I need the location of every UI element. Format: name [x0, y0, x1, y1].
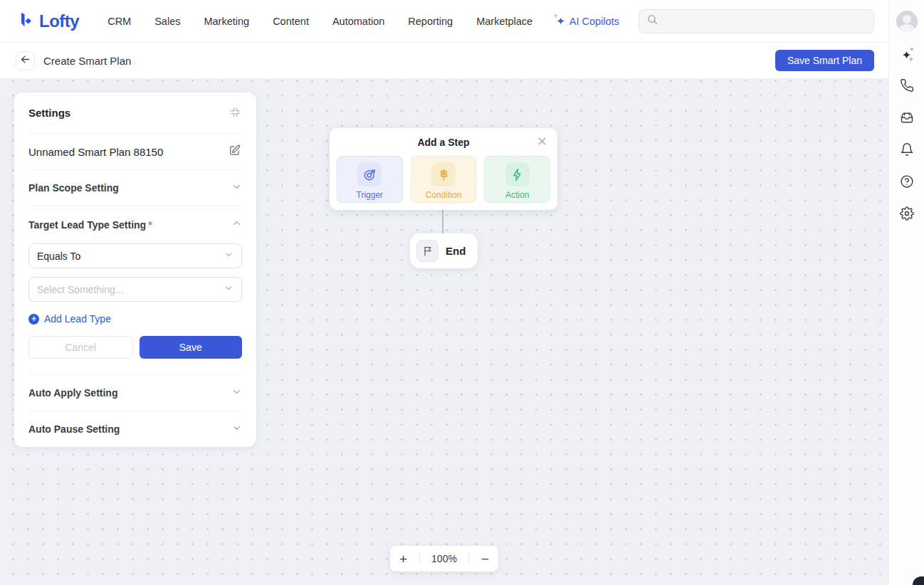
- target-lead-type-header[interactable]: Target Lead Type Setting*: [28, 206, 242, 243]
- condition-option-card[interactable]: Condition: [411, 156, 477, 203]
- sparkle-icon: ✦✧·: [556, 16, 565, 26]
- global-search[interactable]: [639, 9, 874, 33]
- help-button[interactable]: [898, 174, 916, 192]
- chevron-down-icon: [231, 181, 242, 195]
- action-bolt-icon: [505, 162, 530, 186]
- sparkle-icon: ✦✧✧: [902, 48, 911, 62]
- page-header: Create Smart Plan Save Smart Plan: [0, 43, 888, 78]
- lead-type-select[interactable]: Select Something...: [28, 277, 242, 302]
- avatar-head: [903, 15, 911, 23]
- inbox-icon: [900, 110, 914, 127]
- plan-scope-setting-row[interactable]: Plan Scope Setting: [28, 169, 242, 206]
- node-connector-line: [442, 210, 443, 236]
- add-step-title: Add a Step: [417, 137, 469, 148]
- chat-widget-corner[interactable]: [913, 576, 924, 585]
- chevron-down-icon: [224, 250, 233, 263]
- target-lead-type-label: Target Lead Type Setting*: [28, 219, 152, 231]
- chevron-down-icon: [231, 386, 242, 400]
- plus-circle-icon: +: [28, 314, 39, 325]
- user-avatar[interactable]: [896, 11, 918, 32]
- add-step-modal: Add a Step: [330, 128, 557, 210]
- nav-item-content[interactable]: Content: [273, 16, 309, 27]
- end-node[interactable]: End: [410, 233, 478, 268]
- bell-icon: [900, 142, 914, 159]
- help-icon: [900, 174, 914, 191]
- close-add-step-button[interactable]: [535, 135, 549, 150]
- chevron-down-icon: [231, 423, 242, 436]
- back-arrow-icon: [20, 54, 31, 67]
- auto-apply-label: Auto Apply Setting: [28, 387, 117, 399]
- close-icon: [537, 138, 547, 149]
- workflow-canvas[interactable]: Settings Unnamed Smart Plan 88150: [0, 78, 888, 585]
- phone-button[interactable]: [898, 78, 916, 96]
- nav-item-marketing[interactable]: Marketing: [204, 16, 249, 27]
- trigger-option-card[interactable]: Trigger: [337, 156, 403, 203]
- target-buttons-row: Cancel Save: [28, 336, 242, 359]
- top-nav: Lofty CRM Sales Marketing Content Automa…: [0, 0, 888, 43]
- trigger-target-icon: [357, 162, 382, 186]
- nav-item-marketplace[interactable]: Marketplace: [476, 16, 532, 27]
- flag-icon: [416, 240, 439, 262]
- divider: [419, 553, 420, 564]
- search-icon: [646, 14, 658, 28]
- condition-label: Condition: [426, 190, 462, 200]
- inbox-button[interactable]: [898, 110, 916, 128]
- nav-item-automation[interactable]: Automation: [332, 16, 384, 27]
- avatar-body: [899, 24, 915, 32]
- plan-name-row: Unnamed Smart Plan 88150: [28, 133, 242, 169]
- back-button[interactable]: [16, 51, 35, 70]
- zoom-in-button[interactable]: +: [399, 552, 407, 566]
- main-column: Lofty CRM Sales Marketing Content Automa…: [0, 0, 888, 585]
- add-lead-type-label: Add Lead Type: [44, 313, 111, 325]
- auto-apply-setting-row[interactable]: Auto Apply Setting: [28, 374, 242, 411]
- save-button[interactable]: Save: [140, 336, 243, 359]
- search-input[interactable]: [664, 16, 866, 27]
- lofty-logo[interactable]: Lofty: [17, 11, 79, 32]
- action-option-card[interactable]: Action: [484, 156, 550, 203]
- auto-pause-label: Auto Pause Setting: [28, 423, 120, 435]
- action-label: Action: [505, 190, 529, 200]
- plan-name: Unnamed Smart Plan 88150: [28, 146, 163, 158]
- zoom-controls: + 100% −: [390, 546, 498, 571]
- zoom-level: 100%: [431, 553, 457, 564]
- nav-item-ai-copilots[interactable]: ✦✧· AI Copilots: [556, 16, 619, 27]
- cancel-button[interactable]: Cancel: [28, 336, 133, 359]
- required-mark: *: [148, 219, 152, 231]
- edit-icon: [229, 144, 241, 159]
- edit-plan-name-button[interactable]: [227, 143, 242, 160]
- trigger-label: Trigger: [357, 190, 384, 200]
- notifications-button[interactable]: [898, 142, 916, 160]
- operator-select[interactable]: Equals To: [28, 243, 242, 268]
- ai-assistant-button[interactable]: ✦✧✧: [898, 46, 916, 64]
- nav-menu: CRM Sales Marketing Content Automation R…: [107, 16, 619, 27]
- operator-select-value: Equals To: [37, 251, 80, 262]
- chevron-down-icon: [224, 283, 233, 296]
- add-lead-type-link[interactable]: + Add Lead Type: [28, 313, 242, 325]
- lead-type-select-placeholder: Select Something...: [37, 284, 123, 295]
- nav-item-reporting[interactable]: Reporting: [408, 16, 453, 27]
- nav-item-crm[interactable]: CRM: [107, 16, 131, 27]
- ai-copilots-label: AI Copilots: [569, 16, 619, 27]
- page-title: Create Smart Plan: [43, 55, 131, 67]
- settings-title: Settings: [28, 107, 70, 119]
- end-node-label: End: [446, 245, 466, 257]
- nav-item-sales[interactable]: Sales: [154, 16, 180, 27]
- phone-icon: [900, 78, 914, 95]
- collapse-panel-button[interactable]: [229, 105, 242, 121]
- add-step-header: Add a Step: [337, 128, 550, 156]
- zoom-out-button[interactable]: −: [481, 552, 489, 566]
- target-lead-type-section: Target Lead Type Setting* Equals To Sele…: [28, 206, 242, 374]
- save-smart-plan-button[interactable]: Save Smart Plan: [775, 50, 874, 71]
- app-root: Lofty CRM Sales Marketing Content Automa…: [0, 0, 924, 585]
- auto-pause-setting-row[interactable]: Auto Pause Setting: [28, 411, 242, 447]
- settings-panel: Settings Unnamed Smart Plan 88150: [14, 93, 256, 447]
- settings-button[interactable]: [898, 206, 916, 224]
- right-rail: ✦✧✧: [888, 0, 924, 585]
- step-option-cards: Trigger Condition: [337, 156, 550, 203]
- gear-icon: [900, 206, 914, 223]
- chevron-up-icon: [231, 218, 242, 231]
- lofty-logo-text: Lofty: [39, 11, 79, 31]
- condition-signpost-icon: [431, 162, 456, 186]
- lofty-logo-icon: [17, 11, 34, 32]
- collapse-icon: [230, 107, 241, 120]
